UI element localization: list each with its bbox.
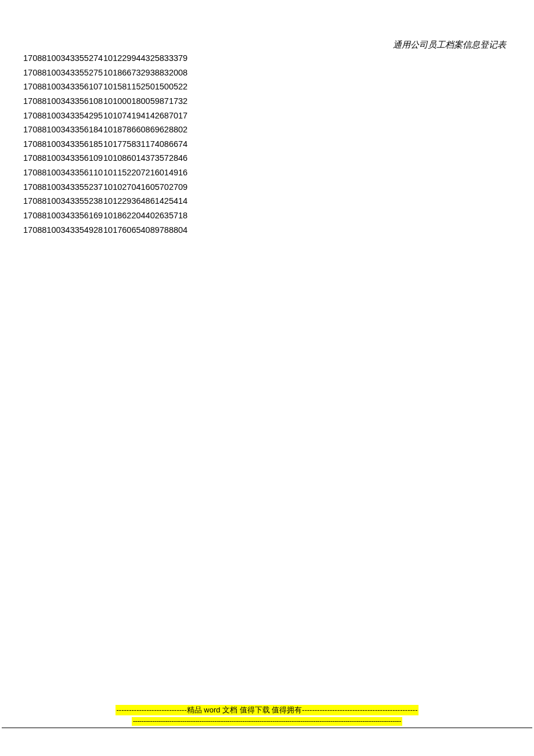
col-2: 101866732938832008 xyxy=(103,66,187,80)
footer: ----------------------------精品 word 文档 值… xyxy=(0,704,534,726)
footer-line-2: ----------------------------------------… xyxy=(132,717,402,726)
table-row: 17088100343356108101000180059871732 xyxy=(23,94,187,109)
table-row: 17088100343355237101027041605702709 xyxy=(23,180,187,195)
col-1: 17088100343354295 xyxy=(23,109,103,123)
table-row: 17088100343355238101229364861425414 xyxy=(23,194,187,208)
table-row: 17088100343354295101074194142687017 xyxy=(23,109,187,123)
col-2: 101000180059871732 xyxy=(103,94,187,109)
col-1: 17088100343355275 xyxy=(23,66,103,80)
col-1: 17088100343356108 xyxy=(23,94,103,109)
col-1: 17088100343356107 xyxy=(23,80,103,94)
footer-dash-suffix: ----------------------------------------… xyxy=(302,705,417,714)
col-1: 17088100343355238 xyxy=(23,194,103,208)
col-1: 17088100343356109 xyxy=(23,151,103,165)
table-row: 17088100343356185101775831174086674 xyxy=(23,137,187,152)
col-2: 101775831174086674 xyxy=(103,137,187,152)
footer-dash-prefix: ---------------------------- xyxy=(117,705,187,714)
table-row: 17088100343356109101086014373572846 xyxy=(23,151,187,165)
col-1: 17088100343356184 xyxy=(23,123,103,137)
col-2: 101152207216014916 xyxy=(103,165,187,180)
col-2: 101760654089788804 xyxy=(103,223,187,237)
col-1: 17088100343355237 xyxy=(23,180,103,195)
table-row: 17088100343356184101878660869628802 xyxy=(23,123,187,137)
data-table: 1708810034335527410122994432583337917088… xyxy=(23,51,187,237)
col-1: 17088100343354928 xyxy=(23,223,103,237)
table-row: 17088100343356169101862204402635718 xyxy=(23,208,187,223)
footer-divider xyxy=(2,728,532,728)
col-2: 101862204402635718 xyxy=(103,208,187,223)
col-1: 17088100343356169 xyxy=(23,208,103,223)
table-row: 17088100343356107101581152501500522 xyxy=(23,80,187,94)
col-1: 17088100343356185 xyxy=(23,137,103,152)
col-1: 17088100343356110 xyxy=(23,165,103,180)
table-row: 17088100343356110101152207216014916 xyxy=(23,165,187,180)
col-2: 101229364861425414 xyxy=(103,194,187,208)
table-row: 17088100343355275101866732938832008 xyxy=(23,66,187,80)
table-row: 17088100343354928101760654089788804 xyxy=(23,223,187,237)
col-2: 101878660869628802 xyxy=(103,123,187,137)
col-2: 101581152501500522 xyxy=(103,80,187,94)
page-header-title: 通用公司员工档案信息登记表 xyxy=(393,39,506,51)
col-2: 101086014373572846 xyxy=(103,151,187,165)
table-row: 17088100343355274101229944325833379 xyxy=(23,51,187,66)
col-1: 17088100343355274 xyxy=(23,51,103,66)
col-2: 101074194142687017 xyxy=(103,109,187,123)
col-2: 101229944325833379 xyxy=(103,51,187,66)
col-2: 101027041605702709 xyxy=(103,180,187,195)
footer-line-1: ----------------------------精品 word 文档 值… xyxy=(116,705,419,715)
footer-text: 精品 word 文档 值得下载 值得拥有 xyxy=(187,705,302,714)
